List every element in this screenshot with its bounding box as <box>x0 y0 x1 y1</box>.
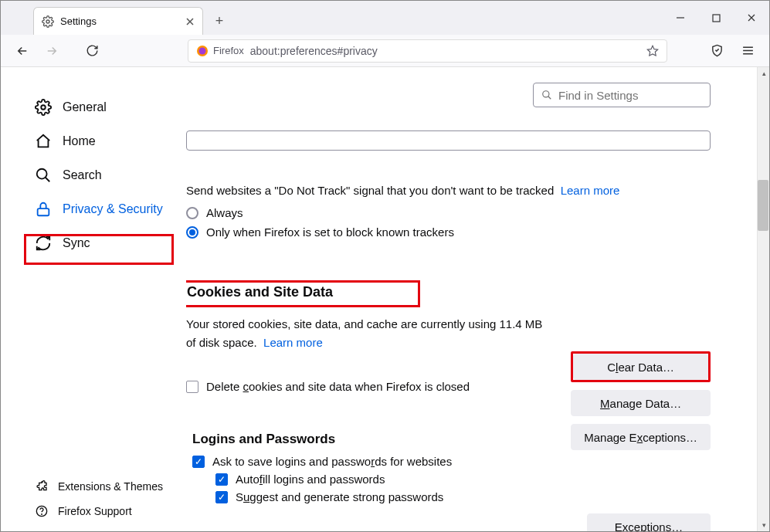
back-button[interactable] <box>12 40 33 62</box>
sidebar-support[interactable]: Firefox Support <box>29 499 186 524</box>
svg-rect-1 <box>713 15 720 22</box>
find-in-settings[interactable]: Find in Settings <box>533 83 711 107</box>
radio-label: Only when Firefox is set to block known … <box>206 225 454 239</box>
titlebar: Settings + <box>1 1 769 35</box>
sidebar-item-home[interactable]: Home <box>29 124 186 158</box>
shield-icon[interactable] <box>706 40 728 62</box>
forward-button[interactable] <box>41 40 63 62</box>
checkbox-label: Autofill logins and passwords <box>236 473 385 486</box>
sidebar-label: General <box>63 100 107 114</box>
close-tab-icon[interactable] <box>185 17 195 26</box>
dnt-learn-more-link[interactable]: Learn more <box>561 184 620 197</box>
sidebar-label: Privacy & Security <box>63 202 163 216</box>
search-icon <box>35 167 52 184</box>
scroll-down-icon[interactable]: ▾ <box>758 519 769 531</box>
search-icon <box>541 90 552 100</box>
dnt-option-always[interactable]: Always <box>186 206 711 219</box>
settings-main: Find in Settings Send websites a "Do Not… <box>186 67 757 531</box>
reload-button[interactable] <box>81 40 103 62</box>
help-icon <box>35 504 49 518</box>
sidebar-label: Sync <box>63 236 90 250</box>
radio-label: Always <box>206 206 243 219</box>
gear-icon <box>42 15 54 28</box>
svg-point-9 <box>42 514 42 515</box>
cookies-learn-more-link[interactable]: Learn more <box>263 336 323 349</box>
new-tab-button[interactable]: + <box>208 9 231 32</box>
highlight-clear-data: Clear Data… <box>571 351 711 382</box>
firefox-icon <box>196 45 209 57</box>
sidebar-label: Extensions & Themes <box>58 480 163 493</box>
svg-point-0 <box>46 20 49 23</box>
scroll-up-icon[interactable]: ▴ <box>758 67 769 80</box>
sidebar-extensions[interactable]: Extensions & Themes <box>29 474 186 499</box>
sidebar-label: Home <box>63 134 96 148</box>
puzzle-icon <box>35 479 49 493</box>
svg-point-6 <box>37 169 47 179</box>
dnt-description: Send websites a "Do Not Track" signal th… <box>186 181 711 200</box>
browser-tab[interactable]: Settings <box>33 7 203 35</box>
cookies-heading: Cookies and Site Data <box>187 284 333 300</box>
manage-data-button[interactable]: Manage Data… <box>571 390 711 416</box>
sidebar-item-sync[interactable]: Sync <box>29 226 186 260</box>
window-minimize[interactable] <box>663 1 698 35</box>
window-maximize[interactable] <box>698 1 734 35</box>
identity-label: Firefox <box>213 45 244 56</box>
lock-icon <box>35 201 52 218</box>
logins-exceptions-button[interactable]: Exceptions… <box>587 513 711 531</box>
dnt-option-only-blocking[interactable]: Only when Firefox is set to block known … <box>186 225 711 239</box>
svg-point-3 <box>199 47 206 54</box>
scrollbar[interactable]: ▴ ▾ <box>757 67 769 531</box>
gear-icon <box>35 99 52 116</box>
settings-sidebar: General Home Search Privacy & Security <box>1 67 186 531</box>
sidebar-item-general[interactable]: General <box>29 90 186 124</box>
checkbox-icon <box>192 456 205 468</box>
svg-point-5 <box>41 105 46 110</box>
bookmark-star-icon[interactable] <box>646 45 659 57</box>
radio-icon <box>186 226 198 239</box>
app-menu-icon[interactable] <box>737 40 758 62</box>
autofill-logins-checkbox[interactable]: Autofill logins and passwords <box>215 473 711 486</box>
cookies-description: Your stored cookies, site data, and cach… <box>186 315 549 352</box>
radio-icon <box>186 207 198 219</box>
ask-save-logins-checkbox[interactable]: Ask to save logins and passwords for web… <box>192 455 711 468</box>
site-identity[interactable]: Firefox <box>196 45 244 57</box>
url-bar[interactable]: Firefox about:preferences#privacy <box>188 39 667 63</box>
find-placeholder: Find in Settings <box>558 89 638 102</box>
toolbar: Firefox about:preferences#privacy <box>1 35 769 67</box>
window-close[interactable] <box>734 1 769 35</box>
highlight-cookies-heading: Cookies and Site Data <box>186 280 420 307</box>
svg-marker-4 <box>647 46 657 56</box>
partial-box <box>186 130 711 151</box>
checkbox-icon <box>215 473 228 486</box>
sidebar-label: Firefox Support <box>58 505 132 517</box>
checkbox-label: Delete cookies and site data when Firefo… <box>206 380 470 393</box>
sidebar-item-search[interactable]: Search <box>29 158 186 192</box>
manage-exceptions-button[interactable]: Manage Exceptions… <box>571 424 711 450</box>
svg-point-10 <box>543 91 549 97</box>
suggest-passwords-checkbox[interactable]: Suggest and generate strong passwords <box>215 490 711 503</box>
checkbox-label: Ask to save logins and passwords for web… <box>212 455 452 468</box>
checkbox-icon <box>186 381 198 393</box>
sidebar-item-privacy[interactable]: Privacy & Security <box>29 192 186 226</box>
url-text: about:preferences#privacy <box>250 45 640 57</box>
tab-title: Settings <box>60 15 179 27</box>
svg-rect-7 <box>38 208 49 215</box>
home-icon <box>35 133 52 150</box>
checkbox-icon <box>215 491 228 503</box>
scrollbar-thumb[interactable] <box>758 180 768 231</box>
clear-data-button[interactable]: Clear Data… <box>573 354 708 380</box>
sidebar-label: Search <box>63 168 102 182</box>
sync-icon <box>35 235 52 252</box>
checkbox-label: Suggest and generate strong passwords <box>236 490 443 503</box>
